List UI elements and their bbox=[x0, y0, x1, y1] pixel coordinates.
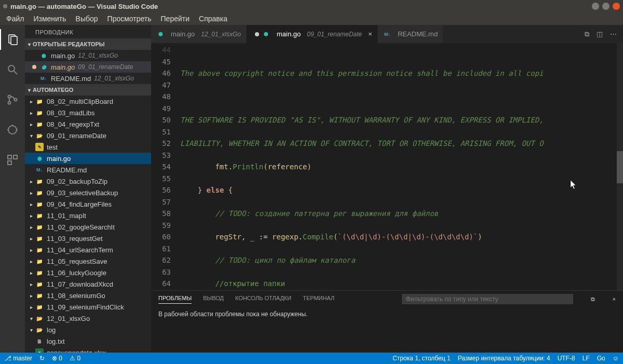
go-icon: ⬢ bbox=[156, 30, 165, 38]
folder-icon: 📁 bbox=[35, 257, 44, 265]
tree-item[interactable]: 📁08_02_multiClipBoard bbox=[25, 96, 151, 107]
project-header[interactable]: AUTOMATEGO bbox=[25, 84, 151, 96]
extensions-icon[interactable] bbox=[0, 150, 25, 170]
markdown-icon: M↓ bbox=[39, 74, 48, 83]
debug-icon[interactable] bbox=[0, 119, 25, 140]
minimize-button[interactable] bbox=[592, 3, 599, 10]
tree-item[interactable]: 📁09_04_findLargeFiles bbox=[25, 198, 151, 210]
tree-item[interactable]: 📁11_01_mapIt bbox=[25, 210, 151, 221]
search-icon[interactable] bbox=[0, 59, 25, 80]
tree-item[interactable]: 📁11_05_requestSave bbox=[25, 255, 151, 267]
folder-icon: 📁 bbox=[35, 97, 44, 105]
explorer-icon[interactable] bbox=[0, 29, 25, 50]
tree-item[interactable]: 📂log bbox=[25, 324, 151, 335]
code-content[interactable]: The above copyright notice and this perm… bbox=[180, 43, 623, 290]
status-encoding[interactable]: UTF-8 bbox=[558, 355, 575, 362]
app-menu-icon bbox=[3, 4, 7, 8]
menubar: Файл Изменить Выбор Просмотреть Перейти … bbox=[0, 12, 623, 25]
open-editor-item[interactable]: ⬢main.go12_01_xlsxGo bbox=[25, 50, 151, 61]
gutter: 4445464748495051525354555657585960616263… bbox=[151, 43, 180, 290]
tree-item[interactable]: 📁11_06_luckyGoogle bbox=[25, 267, 151, 278]
go-icon: ⬢ bbox=[262, 30, 270, 38]
editor-tabs: ⬢main.go12_01_xlsxGo ⬢main.go09_01_renam… bbox=[151, 25, 623, 43]
git-sync[interactable]: ↻ bbox=[39, 355, 45, 362]
tree-item[interactable]: ✎test bbox=[25, 141, 151, 153]
maximize-button[interactable] bbox=[602, 3, 610, 10]
tab-readme[interactable]: M↓README.md bbox=[378, 25, 443, 43]
open-editor-item[interactable]: M↓README.md12_01_xlsxGo bbox=[25, 73, 151, 84]
status-bar: ⎇ master ↻ ⊗ 0 ⚠ 0 Строка 1, столбец 1 Р… bbox=[0, 353, 623, 364]
menu-view[interactable]: Просмотреть bbox=[103, 14, 156, 24]
status-cursor-pos[interactable]: Строка 1, столбец 1 bbox=[392, 355, 450, 362]
svg-rect-11 bbox=[8, 155, 11, 159]
scrollbar-thumb[interactable] bbox=[617, 151, 623, 183]
open-editor-item[interactable]: ⬢main.go09_01_renameDate bbox=[25, 61, 151, 73]
code-editor[interactable]: 4445464748495051525354555657585960616263… bbox=[151, 43, 623, 290]
folder-icon: 📁 bbox=[35, 120, 44, 128]
source-control-icon[interactable] bbox=[0, 89, 25, 110]
git-branch[interactable]: ⎇ master bbox=[4, 355, 32, 362]
compare-icon[interactable]: ⧉ bbox=[585, 30, 589, 38]
status-eol[interactable]: LF bbox=[583, 355, 590, 362]
tree-item[interactable]: 📁09_03_selectiveBackup bbox=[25, 187, 151, 198]
menu-file[interactable]: Файл bbox=[2, 14, 28, 24]
tree-item[interactable]: 📁11_02_googleSearchIt bbox=[25, 221, 151, 233]
tree-item[interactable]: 📁09_02_backupToZip bbox=[25, 176, 151, 187]
tab-main-go-rename[interactable]: ⬢main.go09_01_renameDate× bbox=[247, 25, 378, 43]
tab-actions: ⧉ ◫ ⋯ bbox=[585, 25, 623, 43]
panel-tab-debug-console[interactable]: КОНСОЛЬ ОТЛАДКИ bbox=[235, 295, 291, 303]
dirty-indicator bbox=[255, 32, 259, 36]
open-editors: ⬢main.go12_01_xlsxGo ⬢main.go09_01_renam… bbox=[25, 50, 151, 84]
svg-point-7 bbox=[8, 126, 17, 134]
folder-icon: 📁 bbox=[35, 303, 44, 311]
tree-item[interactable]: 📂12_01_xlsxGo bbox=[25, 313, 151, 324]
panel-close-icon[interactable]: × bbox=[613, 296, 616, 302]
tree-item[interactable]: 📁11_08_seleniumGo bbox=[25, 290, 151, 301]
status-errors[interactable]: ⊗ 0 bbox=[52, 355, 62, 362]
tree-item[interactable]: 📁11_03_requestGet bbox=[25, 233, 151, 244]
folder-icon: 📁 bbox=[35, 268, 44, 277]
tree-item[interactable]: 📁11_07_downloadXkcd bbox=[25, 278, 151, 290]
menu-selection[interactable]: Выбор bbox=[72, 14, 102, 24]
folder-icon: 📁 bbox=[35, 280, 44, 288]
tree-item[interactable]: 📂09_01_renameDate bbox=[25, 130, 151, 141]
tree-item[interactable]: 📁08_04_regexpTxt bbox=[25, 118, 151, 130]
menu-edit[interactable]: Изменить bbox=[29, 14, 70, 24]
window-title: main.go — automateGo — Visual Studio Cod… bbox=[10, 3, 589, 10]
sidebar-title: ПРОВОДНИК bbox=[25, 25, 151, 38]
folder-open-icon: 📂 bbox=[35, 131, 44, 140]
panel-collapse-icon[interactable]: ⧉ bbox=[591, 296, 595, 303]
panel-tab-terminal[interactable]: ТЕРМИНАЛ bbox=[303, 295, 334, 303]
menu-go[interactable]: Перейти bbox=[157, 14, 194, 24]
panel-tabs: ПРОБЛЕМЫ ВЫВОД КОНСОЛЬ ОТЛАДКИ ТЕРМИНАЛ … bbox=[151, 291, 623, 307]
open-editors-header[interactable]: ОТКРЫТЫЕ РЕДАКТОРЫ bbox=[25, 38, 151, 50]
tree-item[interactable]: 📁08_03_madLibs bbox=[25, 107, 151, 118]
tree-item[interactable]: 📁11_04_urlSearchTerm bbox=[25, 244, 151, 255]
status-feedback-icon[interactable]: ☺ bbox=[613, 355, 619, 362]
panel-tab-problems[interactable]: ПРОБЛЕМЫ bbox=[158, 295, 192, 304]
menu-help[interactable]: Справка bbox=[195, 14, 232, 24]
split-icon[interactable]: ◫ bbox=[597, 30, 603, 38]
panel-tab-output[interactable]: ВЫВОД bbox=[203, 295, 224, 303]
tree-item[interactable]: Xcensuspopdata.xlsx bbox=[25, 347, 151, 353]
status-indent[interactable]: Размер интервала табуляции: 4 bbox=[458, 355, 550, 362]
folder-open-icon: 📂 bbox=[35, 326, 44, 334]
editor-area: ⬢main.go12_01_xlsxGo ⬢main.go09_01_renam… bbox=[151, 25, 623, 353]
status-warnings[interactable]: ⚠ 0 bbox=[70, 355, 80, 362]
close-icon[interactable]: × bbox=[368, 30, 372, 38]
folder-icon: 📁 bbox=[35, 291, 44, 300]
more-icon[interactable]: ⋯ bbox=[610, 30, 617, 38]
tree-item[interactable]: M↓README.md bbox=[25, 164, 151, 176]
svg-rect-13 bbox=[8, 161, 11, 165]
file-tree: 📁08_02_multiClipBoard📁08_03_madLibs📁08_0… bbox=[25, 96, 151, 353]
md-icon: M↓ bbox=[35, 166, 44, 174]
tree-item[interactable]: 🗎log.txt bbox=[25, 335, 151, 347]
tree-item[interactable]: ⬢main.go bbox=[25, 153, 151, 164]
tree-item[interactable]: 📁11_09_seleniumFindClick bbox=[25, 301, 151, 313]
close-button[interactable] bbox=[613, 3, 620, 10]
go-icon: ⬢ bbox=[39, 63, 48, 71]
tab-main-go-xlsx[interactable]: ⬢main.go12_01_xlsxGo bbox=[151, 25, 247, 43]
status-language[interactable]: Go bbox=[597, 355, 605, 362]
panel-filter-input[interactable] bbox=[402, 294, 573, 304]
go-icon: ⬢ bbox=[35, 154, 44, 163]
